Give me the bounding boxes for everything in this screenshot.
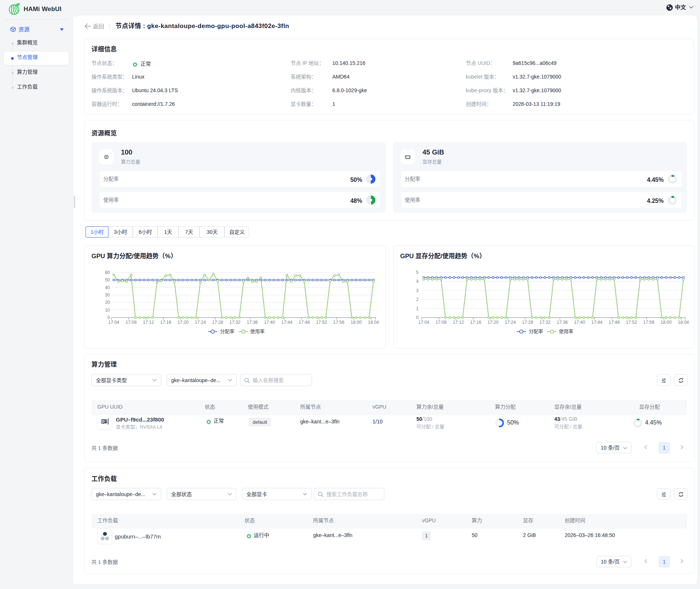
svg-text:17:20: 17:20 xyxy=(488,320,499,325)
svg-text:20: 20 xyxy=(105,300,110,305)
svg-text:17:20: 17:20 xyxy=(177,320,188,325)
svg-text:0: 0 xyxy=(107,315,110,320)
svg-text:4: 4 xyxy=(416,279,419,284)
svg-text:0: 0 xyxy=(416,315,419,320)
svg-text:18:04: 18:04 xyxy=(368,320,379,325)
svg-text:18:00: 18:00 xyxy=(661,320,672,325)
svg-text:17:16: 17:16 xyxy=(160,320,171,325)
svg-text:17:04: 17:04 xyxy=(108,320,119,325)
svg-text:17:32: 17:32 xyxy=(539,320,550,325)
svg-text:17:24: 17:24 xyxy=(505,320,516,325)
svg-text:17:44: 17:44 xyxy=(281,320,292,325)
svg-text:17:08: 17:08 xyxy=(125,320,136,325)
svg-text:30: 30 xyxy=(105,292,110,298)
svg-text:17:48: 17:48 xyxy=(609,320,620,325)
svg-text:17:24: 17:24 xyxy=(195,320,206,325)
svg-text:17:40: 17:40 xyxy=(264,320,275,325)
svg-text:5: 5 xyxy=(416,270,419,275)
svg-text:17:48: 17:48 xyxy=(299,320,310,325)
svg-text:17:08: 17:08 xyxy=(436,320,447,325)
svg-text:10: 10 xyxy=(105,308,110,313)
svg-text:17:56: 17:56 xyxy=(643,320,654,325)
svg-text:17:56: 17:56 xyxy=(333,320,344,325)
svg-text:17:28: 17:28 xyxy=(212,320,223,325)
svg-text:1: 1 xyxy=(416,306,419,311)
svg-text:17:40: 17:40 xyxy=(574,320,585,325)
svg-text:17:52: 17:52 xyxy=(626,320,637,325)
svg-text:17:16: 17:16 xyxy=(470,320,481,325)
svg-text:17:36: 17:36 xyxy=(247,320,258,325)
svg-text:17:44: 17:44 xyxy=(591,320,602,325)
svg-text:18:00: 18:00 xyxy=(351,320,362,325)
svg-text:17:12: 17:12 xyxy=(453,320,464,325)
svg-text:17:32: 17:32 xyxy=(229,320,240,325)
svg-text:17:52: 17:52 xyxy=(316,320,327,325)
svg-text:40: 40 xyxy=(105,285,110,290)
svg-text:18:04: 18:04 xyxy=(678,320,689,325)
svg-text:2: 2 xyxy=(416,297,419,302)
svg-text:17:12: 17:12 xyxy=(143,320,154,325)
svg-text:50: 50 xyxy=(105,277,110,283)
svg-text:17:28: 17:28 xyxy=(522,320,533,325)
svg-text:17:04: 17:04 xyxy=(418,320,429,325)
svg-text:3: 3 xyxy=(416,288,419,293)
svg-text:17:36: 17:36 xyxy=(557,320,568,325)
svg-text:60: 60 xyxy=(105,270,110,275)
